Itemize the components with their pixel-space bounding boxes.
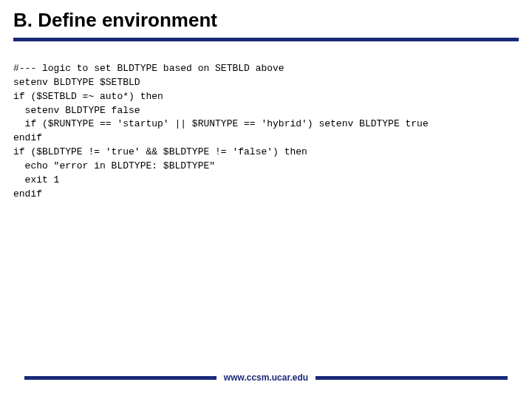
code-block: #--- logic to set BLDTYPE based on SETBL… (13, 62, 519, 201)
footer-bar-left (24, 376, 216, 380)
title-divider (13, 38, 519, 41)
footer: www.ccsm.ucar.edu (0, 372, 532, 383)
footer-text: www.ccsm.ucar.edu (224, 372, 308, 383)
footer-bar-right (316, 376, 508, 380)
slide-title: B. Define environment (13, 9, 519, 38)
slide: B. Define environment #--- logic to set … (0, 0, 532, 399)
